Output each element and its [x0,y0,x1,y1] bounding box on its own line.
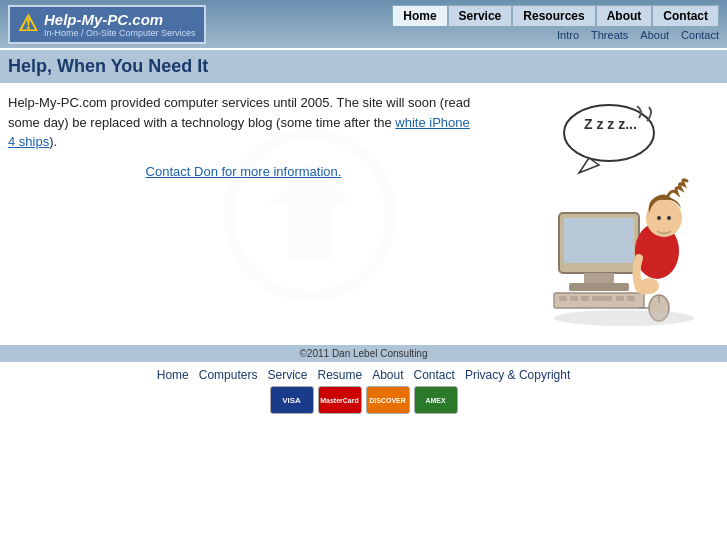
person-illustration: Z z z z... [509,103,709,333]
footer-contact[interactable]: Contact [414,368,455,382]
nav-main: Home Service Resources About Contact [392,5,719,27]
nav-top: Home Service Resources About Contact Int… [392,5,719,43]
footer-privacy[interactable]: Privacy & Copyright [465,368,570,382]
svg-point-21 [657,216,661,220]
svg-rect-12 [581,296,589,301]
logo-text-area: Help-My-PC.com In-Home / On-Site Compute… [44,11,196,38]
warning-icon: ⚠ [18,11,38,37]
nav-contact[interactable]: Contact [652,5,719,27]
svg-rect-14 [616,296,624,301]
nav-sub-threats[interactable]: Threats [591,29,628,41]
copyright: ©2011 Dan Lebel Consulting [299,348,427,359]
logo-area: ⚠ Help-My-PC.com In-Home / On-Site Compu… [8,5,206,44]
header: ⚠ Help-My-PC.com In-Home / On-Site Compu… [0,0,727,48]
footer-home[interactable]: Home [157,368,189,382]
nav-about[interactable]: About [596,5,653,27]
svg-text:Z z z z...: Z z z z... [584,116,637,132]
footer-about[interactable]: About [372,368,403,382]
amex-card: AMEX [414,386,458,414]
svg-rect-7 [584,273,614,283]
svg-rect-13 [592,296,612,301]
svg-marker-1 [265,161,355,260]
main-content: Help-My-PC.com provided computer service… [0,85,727,345]
svg-rect-10 [559,296,567,301]
svg-rect-8 [569,283,629,291]
page-title-bar: Help, When You Need It [0,50,727,83]
logo-title: Help-My-PC.com [44,11,196,28]
footer-resume[interactable]: Resume [317,368,362,382]
mastercard: MasterCard [318,386,362,414]
footer-bar: ©2011 Dan Lebel Consulting [0,345,727,362]
nav-service[interactable]: Service [448,5,513,27]
page-title: Help, When You Need It [8,56,719,77]
svg-rect-11 [570,296,578,301]
discover-card: DISCOVER [366,386,410,414]
svg-point-23 [639,278,659,294]
footer-service[interactable]: Service [267,368,307,382]
payment-icons: VISA MasterCard DISCOVER AMEX [0,386,727,422]
logo-box: ⚠ Help-My-PC.com In-Home / On-Site Compu… [8,5,206,44]
nav-sub-contact[interactable]: Contact [681,29,719,41]
watermark [220,125,400,305]
body-text-part2: ). [49,134,57,149]
nav-sub-intro[interactable]: Intro [557,29,579,41]
footer-links: Home Computers Service Resume About Cont… [0,362,727,386]
nav-sub: Intro Threats About Contact [557,27,719,43]
logo-subtitle: In-Home / On-Site Computer Services [44,28,196,38]
nav-sub-about[interactable]: About [640,29,669,41]
svg-point-22 [667,216,671,220]
footer-computers[interactable]: Computers [199,368,258,382]
nav-home[interactable]: Home [392,5,447,27]
nav-resources[interactable]: Resources [512,5,595,27]
svg-rect-15 [627,296,635,301]
visa-card: VISA [270,386,314,414]
svg-rect-6 [564,218,634,263]
illustration: Z z z z... [499,93,719,337]
svg-point-24 [554,310,694,326]
